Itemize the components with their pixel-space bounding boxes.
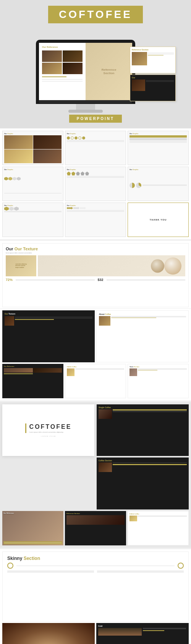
slide-grid-section-1: Our Graphic Our Graphic Our Graph xyxy=(0,128,191,239)
texture-slide-large: Our Our Texture lorem ipsum dolor sit am… xyxy=(0,241,191,309)
monitor-screen: Our Reference ReferenceSection xyxy=(39,43,132,100)
texture-title-accent: Our Texture xyxy=(15,247,38,251)
slide-grid-3col: Our Graphic Our Graphic Our Graph xyxy=(2,131,189,237)
our-reference-slide: Our Reference xyxy=(2,364,63,398)
coffee-section-dark-slide: Coffee Section xyxy=(97,457,189,509)
single-coffee-label: Single Coffee xyxy=(99,406,187,409)
dark-preview-slide: Our Texture xyxy=(2,310,95,362)
coftofee-slide-content: COFTOFEE Lorem ipsum dolor sit amet cons… xyxy=(25,423,72,433)
slide-thumb-2: Our Graphic xyxy=(65,131,126,165)
edible-coffee-slide: Edible Coffee xyxy=(65,364,126,398)
float-slide-1: Reference Section xyxy=(130,47,176,73)
coftofee-section: COFTOFEE Lorem ipsum dolor sit amet cons… xyxy=(0,402,191,548)
bottom-three-slides: Our Reference Reference Section Edible C… xyxy=(2,511,189,545)
monitor-bottom xyxy=(39,100,132,103)
cold-label: Cold xyxy=(98,625,187,627)
skinny-section-title: Skinny Section xyxy=(7,556,184,561)
cold-dark-slide: Cold xyxy=(96,623,189,644)
our-reference-photo-slide: Our Reference xyxy=(2,511,63,545)
monitor-scene: Our Reference ReferenceSection xyxy=(4,29,187,113)
float-slide-2: Our xyxy=(130,75,176,101)
texture-title: Our Our Texture xyxy=(6,247,185,251)
monitor-foot xyxy=(68,110,103,113)
slide-thumb-8: Our Graphic xyxy=(65,203,126,237)
coftofee-slide-sub: Lorem ipsum dolor sit amet consectetur a… xyxy=(29,431,72,433)
percent-val: 72% xyxy=(6,278,13,282)
reference-section-dark-slide: Reference Section xyxy=(65,511,126,545)
dollar-val: $32 xyxy=(98,278,104,282)
coftofee-main-slide: COFTOFEE Lorem ipsum dolor sit amet cons… xyxy=(2,404,94,456)
right-slides-stack: Single Coffee Coffee Section xyxy=(97,404,189,509)
skinny-large-slide: Skinny Section xyxy=(2,552,189,621)
single-coffee-dark-slide: Single Coffee xyxy=(97,404,189,456)
coftofee-grid: COFTOFEE Lorem ipsum dolor sit amet cons… xyxy=(2,404,189,509)
three-small-slides: Our Reference Edible Coffee Taste Sectio… xyxy=(0,364,191,401)
slide-thumb-3: Our Graphic xyxy=(128,131,189,165)
floating-slides: Reference Section Our xyxy=(130,47,176,101)
edible-coffee-light-slide: Edible Coffee xyxy=(128,511,189,545)
slide-thumb-4: Our Graphic xyxy=(2,167,63,201)
monitor: Our Reference ReferenceSection xyxy=(36,40,135,104)
skinny-two-col: Cold xyxy=(2,623,189,644)
slide-thumb-5: Our Graphic xyxy=(65,167,126,201)
monitor-slide-title: Our Reference xyxy=(42,46,83,48)
slide-thumb-7: Our Graphic xyxy=(2,203,63,237)
taste-section-slide: Taste Section xyxy=(128,364,189,398)
monitor-right-panel: ReferenceSection xyxy=(86,43,132,100)
skinny-section: Skinny Section xyxy=(0,549,191,644)
thankyou-text: THANK YOU xyxy=(150,219,167,221)
about-coffee-slide: About Coffee xyxy=(96,310,189,362)
slide-thumb-thankyou: THANK YOU xyxy=(128,203,189,237)
large-preview-row-1: Our Our Texture lorem ipsum dolor sit am… xyxy=(0,241,191,401)
coffee-section-label: Coffee Section xyxy=(99,459,187,462)
coffee-latte-photo xyxy=(2,623,95,644)
header-section: COFTOFEE Our Reference xyxy=(0,0,191,128)
slide-thumb-1: Our Graphic xyxy=(2,131,63,165)
main-title: COFTOFEE xyxy=(48,6,143,23)
coftofee-slide-title: COFTOFEE xyxy=(29,423,72,430)
powerpoint-badge: POWERPOINT xyxy=(69,115,122,123)
monitor-neck xyxy=(76,104,95,110)
two-col-preview: Our Texture About Coffee xyxy=(0,309,191,364)
slide-thumb-6: Our Graphic xyxy=(128,167,189,201)
monitor-left-panel: Our Reference xyxy=(39,43,86,100)
